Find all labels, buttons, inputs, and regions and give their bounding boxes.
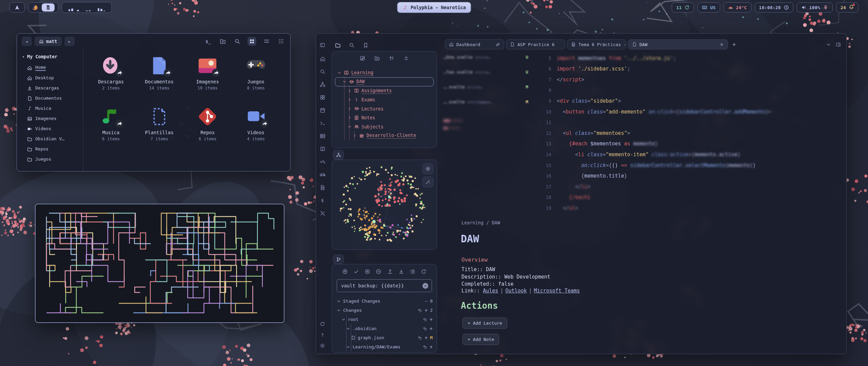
dice-icon[interactable] — [320, 210, 326, 216]
back-button[interactable]: ◂ — [22, 37, 32, 46]
pin-icon[interactable] — [496, 42, 500, 47]
git-row-stagedchanges[interactable]: Staged Changes—0 — [336, 297, 433, 305]
git-row-.obsidian[interactable]: .obsidian+ — [336, 324, 433, 333]
gamepad-icon[interactable] — [320, 172, 326, 178]
clear-commit-icon[interactable]: ✕ — [422, 283, 428, 289]
source-control-file[interactable]: …Two.sveltesrc/co…U — [443, 69, 528, 75]
template-icon[interactable]: <% — [320, 159, 326, 165]
wand-button[interactable] — [422, 177, 433, 187]
folder-descargas[interactable]: Descargas2 items — [87, 55, 135, 106]
circle-minus-icon[interactable] — [376, 269, 381, 274]
tree-item-exams[interactable]: !Exams — [335, 96, 433, 104]
undo-icon[interactable] — [423, 345, 427, 349]
list-view-button[interactable] — [262, 37, 271, 46]
terminal-button[interactable]: $_ — [204, 37, 213, 46]
collapse-icon[interactable] — [403, 56, 409, 61]
graph-icon[interactable] — [320, 82, 326, 87]
new-folder-icon[interactable] — [374, 56, 380, 61]
stage-icon[interactable]: + — [430, 344, 433, 350]
folder-videos[interactable]: Videos4 items — [232, 106, 280, 157]
graph-badge[interactable] — [333, 150, 344, 160]
tab-dashboard[interactable]: Dashboard — [445, 39, 504, 49]
sync-icon[interactable] — [320, 321, 325, 327]
tree-item-notes[interactable]: Notes — [335, 114, 433, 122]
pull-icon[interactable] — [398, 269, 404, 274]
git-row-graph.json[interactable]: graph.json+M — [336, 333, 433, 342]
commit-icon[interactable] — [342, 269, 348, 274]
search-button[interactable] — [233, 37, 242, 46]
source-control-file[interactable]: ….sveltesrc/co…M — [443, 84, 528, 89]
settings-button[interactable] — [422, 163, 433, 174]
breadcrumb[interactable]: matt — [35, 37, 62, 46]
git-badge[interactable] — [333, 255, 344, 264]
search-icon[interactable] — [320, 69, 326, 75]
sidebar-item-musica[interactable]: ♪Musica — [27, 103, 83, 114]
help-icon[interactable]: ? — [320, 332, 325, 338]
grid-view-button[interactable] — [248, 37, 256, 46]
git-row-changes[interactable]: Changes+2 — [336, 306, 433, 314]
forward-button[interactable]: ▸ — [64, 37, 75, 46]
sidebar-item-home[interactable]: Home — [27, 63, 83, 73]
graph-canvas[interactable] — [333, 161, 437, 249]
book-icon[interactable] — [320, 146, 326, 152]
list-icon[interactable] — [410, 269, 415, 274]
compact-view-button[interactable] — [277, 37, 285, 46]
folder-icon[interactable] — [335, 42, 341, 48]
stage-icon[interactable]: + — [430, 326, 433, 332]
stage-icon[interactable]: + — [425, 307, 428, 313]
tree-item-daw[interactable]: DAW — [335, 78, 433, 86]
sort-icon[interactable] — [389, 56, 394, 61]
note-breadcrumb[interactable]: Learning / DAW — [461, 220, 500, 225]
status-weather[interactable]: 24°C — [724, 2, 751, 13]
firefox-icon[interactable] — [32, 4, 38, 11]
tree-item-learning[interactable]: Learning — [335, 68, 433, 77]
sidebar-item-documentos[interactable]: Documentos — [27, 93, 83, 103]
table-icon[interactable] — [320, 133, 326, 139]
note-link-microsoft-teams[interactable]: Microsoft Teams — [534, 288, 580, 294]
unstage-icon[interactable]: — — [425, 299, 428, 304]
folder-musica[interactable]: Musica6 items — [87, 106, 135, 157]
commit-message-input[interactable] — [340, 283, 422, 289]
tab-tema-6-pr-cticas---[interactable]: Tema 6 Prácticas -… — [567, 39, 626, 49]
folder-documentos[interactable]: Documentos14 items — [135, 55, 184, 106]
terminal2-icon[interactable] — [320, 120, 326, 126]
file-search-icon[interactable] — [320, 185, 326, 190]
stage-icon[interactable]: + — [430, 317, 433, 323]
folder-imagenes[interactable]: Imagenes10 items — [183, 55, 232, 106]
launcher-button[interactable] — [9, 2, 25, 13]
stage-icon[interactable]: + — [425, 335, 428, 341]
folder-plantillas[interactable]: Plantillas7 items — [135, 106, 184, 157]
folder-plus-button[interactable] — [218, 37, 227, 46]
bookmark-icon[interactable] — [363, 42, 369, 48]
tree-item-lectures[interactable]: Lectures — [335, 104, 433, 113]
push-icon[interactable] — [387, 269, 393, 274]
button---add-lecture[interactable]: + Add Lecture — [462, 318, 507, 329]
sidebar-item-obsidianv[interactable]: Obsidian V… — [27, 134, 83, 144]
source-control-file[interactable]: ….sveltesrc/compon…M — [443, 99, 528, 104]
note-link-outlook[interactable]: Outlook — [505, 288, 527, 294]
tree-item-desarrollo-cliente[interactable]: Desarrollo-Cliente — [335, 131, 433, 140]
status-updates[interactable]: 11 — [672, 2, 694, 13]
sidebar-item-repos[interactable]: Repos — [27, 144, 83, 154]
status-notifications[interactable]: 24 — [836, 2, 859, 13]
git-row-learningdawexams[interactable]: Learning/DAW/Exams+ — [336, 343, 433, 351]
sync-icon[interactable] — [421, 269, 427, 274]
close-icon[interactable] — [719, 42, 724, 47]
sidebar-item-desktop[interactable]: Desktop — [27, 73, 83, 83]
new-tab-button[interactable]: + — [730, 40, 738, 49]
undo-icon[interactable] — [423, 326, 427, 331]
chevron-down-icon[interactable] — [826, 42, 831, 47]
check-icon[interactable] — [353, 269, 359, 274]
undo-icon[interactable] — [418, 336, 422, 340]
folder-juegos[interactable]: Juegos8 items — [232, 55, 280, 106]
git-row-root[interactable]: root+ — [336, 315, 433, 324]
status-audio[interactable]: 100% — [797, 2, 833, 13]
calendar-icon[interactable] — [320, 107, 326, 113]
note-link-aules[interactable]: Aules — [483, 288, 498, 294]
status-keyboard[interactable]: US — [697, 2, 720, 13]
tree-item-assignments[interactable]: Assignments — [335, 86, 433, 95]
settings-icon[interactable] — [320, 343, 325, 348]
source-control-file[interactable]: …One.sveltesrc/co…U — [443, 55, 528, 60]
undo-icon[interactable] — [418, 308, 422, 312]
home-icon[interactable] — [320, 56, 326, 62]
